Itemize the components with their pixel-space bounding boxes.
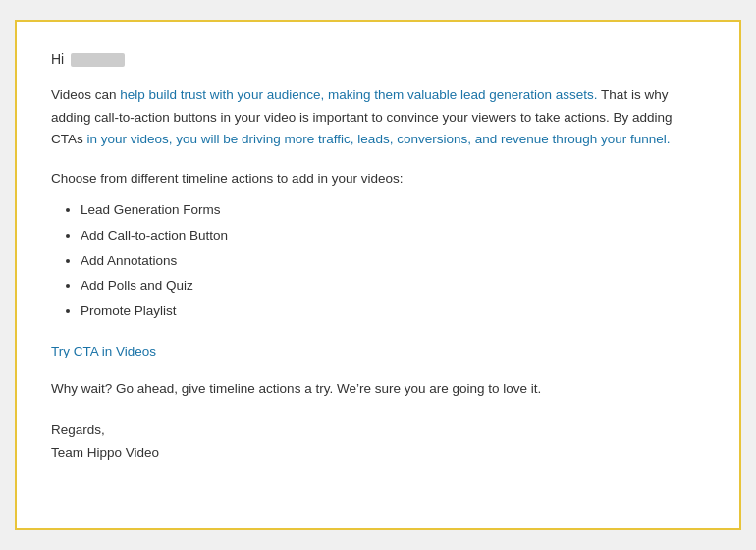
list-item: Lead Generation Forms bbox=[81, 197, 705, 223]
greeting-hi: Hi bbox=[51, 51, 64, 67]
regards-line2: Team Hippo Video bbox=[51, 445, 159, 460]
list-item: Promote Playlist bbox=[81, 299, 705, 324]
feature-list: Lead Generation Forms Add Call-to-action… bbox=[51, 197, 705, 323]
regards-section: Regards, Team Hippo Video bbox=[51, 419, 705, 465]
intro-highlight2: in your videos, you will be driving more… bbox=[87, 132, 671, 146]
recipient-name bbox=[71, 53, 125, 67]
list-item: Add Call-to-action Button bbox=[81, 223, 705, 248]
closing-paragraph: Why wait? Go ahead, give timeline action… bbox=[51, 378, 705, 400]
regards-line1: Regards, bbox=[51, 422, 105, 437]
email-body: Hi Videos can help build trust with your… bbox=[15, 20, 741, 530]
list-item: Add Polls and Quiz bbox=[81, 273, 705, 299]
intro-paragraph: Videos can help build trust with your au… bbox=[51, 84, 705, 150]
cta-link[interactable]: Try CTA in Videos bbox=[51, 344, 705, 358]
intro-text-plain1: Videos can bbox=[51, 87, 120, 102]
list-item: Add Annotations bbox=[81, 248, 705, 274]
choose-text: Choose from different timeline actions t… bbox=[51, 168, 705, 190]
intro-highlight1: help build trust with your audience, mak… bbox=[120, 87, 597, 102]
greeting-line: Hi bbox=[51, 51, 705, 67]
